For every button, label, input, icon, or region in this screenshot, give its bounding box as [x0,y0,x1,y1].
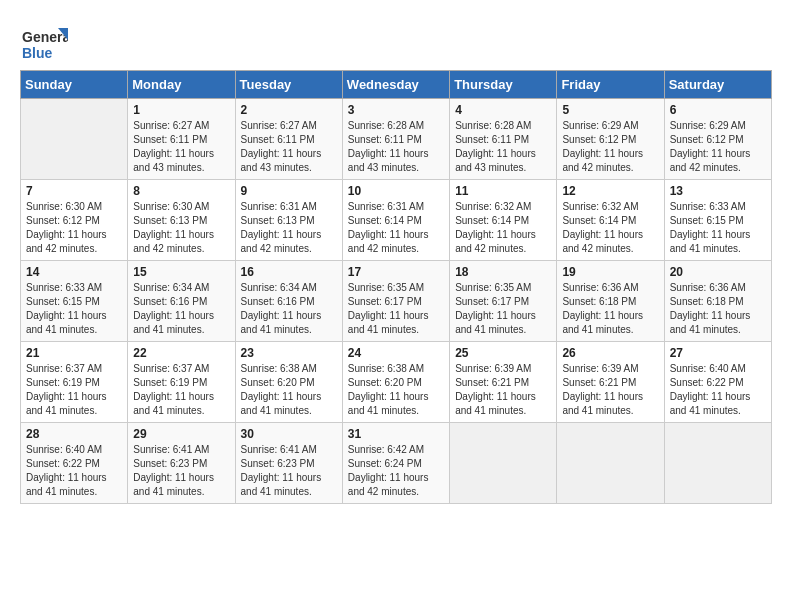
day-number: 3 [348,103,444,117]
calendar-cell: 12Sunrise: 6:32 AMSunset: 6:14 PMDayligh… [557,180,664,261]
calendar-cell [664,423,771,504]
day-info: Sunrise: 6:34 AMSunset: 6:16 PMDaylight:… [133,281,229,337]
day-info: Sunrise: 6:41 AMSunset: 6:23 PMDaylight:… [241,443,337,499]
day-info: Sunrise: 6:40 AMSunset: 6:22 PMDaylight:… [670,362,766,418]
day-info: Sunrise: 6:30 AMSunset: 6:13 PMDaylight:… [133,200,229,256]
calendar-cell: 23Sunrise: 6:38 AMSunset: 6:20 PMDayligh… [235,342,342,423]
day-info: Sunrise: 6:40 AMSunset: 6:22 PMDaylight:… [26,443,122,499]
day-info: Sunrise: 6:32 AMSunset: 6:14 PMDaylight:… [455,200,551,256]
calendar-cell: 6Sunrise: 6:29 AMSunset: 6:12 PMDaylight… [664,99,771,180]
calendar-cell [557,423,664,504]
day-number: 19 [562,265,658,279]
calendar-cell [21,99,128,180]
day-number: 10 [348,184,444,198]
day-info: Sunrise: 6:31 AMSunset: 6:14 PMDaylight:… [348,200,444,256]
day-number: 5 [562,103,658,117]
day-number: 8 [133,184,229,198]
calendar-cell: 2Sunrise: 6:27 AMSunset: 6:11 PMDaylight… [235,99,342,180]
col-header-saturday: Saturday [664,71,771,99]
calendar-cell: 25Sunrise: 6:39 AMSunset: 6:21 PMDayligh… [450,342,557,423]
calendar-cell: 26Sunrise: 6:39 AMSunset: 6:21 PMDayligh… [557,342,664,423]
calendar-cell: 30Sunrise: 6:41 AMSunset: 6:23 PMDayligh… [235,423,342,504]
day-number: 22 [133,346,229,360]
day-number: 2 [241,103,337,117]
day-number: 28 [26,427,122,441]
calendar-cell: 16Sunrise: 6:34 AMSunset: 6:16 PMDayligh… [235,261,342,342]
calendar-week-5: 28Sunrise: 6:40 AMSunset: 6:22 PMDayligh… [21,423,772,504]
calendar-cell: 17Sunrise: 6:35 AMSunset: 6:17 PMDayligh… [342,261,449,342]
calendar-cell: 11Sunrise: 6:32 AMSunset: 6:14 PMDayligh… [450,180,557,261]
day-number: 30 [241,427,337,441]
day-info: Sunrise: 6:27 AMSunset: 6:11 PMDaylight:… [133,119,229,175]
logo: General Blue [20,20,64,60]
day-info: Sunrise: 6:36 AMSunset: 6:18 PMDaylight:… [562,281,658,337]
header-row: SundayMondayTuesdayWednesdayThursdayFrid… [21,71,772,99]
day-number: 15 [133,265,229,279]
calendar-cell: 24Sunrise: 6:38 AMSunset: 6:20 PMDayligh… [342,342,449,423]
day-number: 24 [348,346,444,360]
calendar-cell: 1Sunrise: 6:27 AMSunset: 6:11 PMDaylight… [128,99,235,180]
calendar-cell: 18Sunrise: 6:35 AMSunset: 6:17 PMDayligh… [450,261,557,342]
calendar-cell: 19Sunrise: 6:36 AMSunset: 6:18 PMDayligh… [557,261,664,342]
calendar-cell: 8Sunrise: 6:30 AMSunset: 6:13 PMDaylight… [128,180,235,261]
day-number: 14 [26,265,122,279]
calendar-cell: 20Sunrise: 6:36 AMSunset: 6:18 PMDayligh… [664,261,771,342]
calendar-cell: 10Sunrise: 6:31 AMSunset: 6:14 PMDayligh… [342,180,449,261]
day-info: Sunrise: 6:34 AMSunset: 6:16 PMDaylight:… [241,281,337,337]
day-info: Sunrise: 6:37 AMSunset: 6:19 PMDaylight:… [133,362,229,418]
calendar-cell: 31Sunrise: 6:42 AMSunset: 6:24 PMDayligh… [342,423,449,504]
day-info: Sunrise: 6:39 AMSunset: 6:21 PMDaylight:… [562,362,658,418]
calendar-table: SundayMondayTuesdayWednesdayThursdayFrid… [20,70,772,504]
day-info: Sunrise: 6:29 AMSunset: 6:12 PMDaylight:… [562,119,658,175]
svg-text:Blue: Blue [22,45,53,61]
day-number: 6 [670,103,766,117]
day-info: Sunrise: 6:38 AMSunset: 6:20 PMDaylight:… [348,362,444,418]
calendar-week-2: 7Sunrise: 6:30 AMSunset: 6:12 PMDaylight… [21,180,772,261]
day-info: Sunrise: 6:30 AMSunset: 6:12 PMDaylight:… [26,200,122,256]
day-info: Sunrise: 6:42 AMSunset: 6:24 PMDaylight:… [348,443,444,499]
day-info: Sunrise: 6:28 AMSunset: 6:11 PMDaylight:… [348,119,444,175]
logo-icon: General Blue [20,20,60,60]
day-info: Sunrise: 6:35 AMSunset: 6:17 PMDaylight:… [455,281,551,337]
calendar-cell: 21Sunrise: 6:37 AMSunset: 6:19 PMDayligh… [21,342,128,423]
day-number: 16 [241,265,337,279]
calendar-cell: 22Sunrise: 6:37 AMSunset: 6:19 PMDayligh… [128,342,235,423]
calendar-cell: 15Sunrise: 6:34 AMSunset: 6:16 PMDayligh… [128,261,235,342]
calendar-week-1: 1Sunrise: 6:27 AMSunset: 6:11 PMDaylight… [21,99,772,180]
day-number: 4 [455,103,551,117]
calendar-cell: 7Sunrise: 6:30 AMSunset: 6:12 PMDaylight… [21,180,128,261]
day-info: Sunrise: 6:39 AMSunset: 6:21 PMDaylight:… [455,362,551,418]
calendar-cell: 5Sunrise: 6:29 AMSunset: 6:12 PMDaylight… [557,99,664,180]
calendar-week-4: 21Sunrise: 6:37 AMSunset: 6:19 PMDayligh… [21,342,772,423]
day-number: 26 [562,346,658,360]
day-info: Sunrise: 6:38 AMSunset: 6:20 PMDaylight:… [241,362,337,418]
calendar-cell: 27Sunrise: 6:40 AMSunset: 6:22 PMDayligh… [664,342,771,423]
day-number: 29 [133,427,229,441]
day-info: Sunrise: 6:32 AMSunset: 6:14 PMDaylight:… [562,200,658,256]
day-number: 17 [348,265,444,279]
day-info: Sunrise: 6:37 AMSunset: 6:19 PMDaylight:… [26,362,122,418]
day-number: 21 [26,346,122,360]
day-number: 1 [133,103,229,117]
col-header-monday: Monday [128,71,235,99]
day-info: Sunrise: 6:27 AMSunset: 6:11 PMDaylight:… [241,119,337,175]
col-header-wednesday: Wednesday [342,71,449,99]
day-number: 7 [26,184,122,198]
day-number: 31 [348,427,444,441]
day-number: 27 [670,346,766,360]
calendar-cell: 4Sunrise: 6:28 AMSunset: 6:11 PMDaylight… [450,99,557,180]
page-header: General Blue [20,20,772,60]
day-info: Sunrise: 6:41 AMSunset: 6:23 PMDaylight:… [133,443,229,499]
day-info: Sunrise: 6:29 AMSunset: 6:12 PMDaylight:… [670,119,766,175]
day-number: 18 [455,265,551,279]
calendar-cell: 13Sunrise: 6:33 AMSunset: 6:15 PMDayligh… [664,180,771,261]
day-info: Sunrise: 6:31 AMSunset: 6:13 PMDaylight:… [241,200,337,256]
day-info: Sunrise: 6:35 AMSunset: 6:17 PMDaylight:… [348,281,444,337]
calendar-week-3: 14Sunrise: 6:33 AMSunset: 6:15 PMDayligh… [21,261,772,342]
day-info: Sunrise: 6:36 AMSunset: 6:18 PMDaylight:… [670,281,766,337]
day-info: Sunrise: 6:33 AMSunset: 6:15 PMDaylight:… [670,200,766,256]
calendar-cell: 28Sunrise: 6:40 AMSunset: 6:22 PMDayligh… [21,423,128,504]
col-header-friday: Friday [557,71,664,99]
calendar-cell: 29Sunrise: 6:41 AMSunset: 6:23 PMDayligh… [128,423,235,504]
calendar-cell: 3Sunrise: 6:28 AMSunset: 6:11 PMDaylight… [342,99,449,180]
